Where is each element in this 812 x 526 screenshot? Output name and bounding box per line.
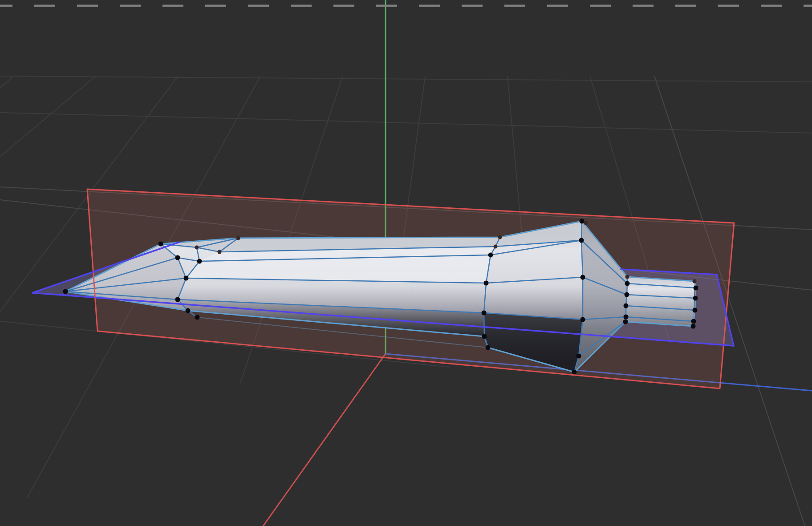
mesh-vertex[interactable] — [625, 292, 629, 297]
mesh-vertex[interactable] — [482, 334, 487, 339]
mesh-vertex[interactable] — [486, 345, 491, 350]
mesh-vertex[interactable] — [691, 319, 696, 324]
mesh-vertex-unselected[interactable] — [195, 246, 199, 250]
mesh-vertex[interactable] — [625, 281, 630, 286]
mesh-vertex[interactable] — [197, 259, 202, 264]
mesh-vertex[interactable] — [175, 297, 180, 302]
mesh-vertex-unselected[interactable] — [584, 221, 588, 225]
mesh-vertex[interactable] — [482, 311, 487, 316]
mesh-vertex-unselected[interactable] — [625, 275, 629, 279]
mesh-vertex[interactable] — [184, 276, 189, 281]
mesh-vertex[interactable] — [572, 370, 577, 375]
mesh-vertex[interactable] — [581, 275, 585, 280]
mesh-vertex[interactable] — [186, 308, 191, 313]
mesh-vertex-unselected[interactable] — [218, 250, 222, 254]
mesh-vertex[interactable] — [488, 253, 493, 258]
mesh-vertex-unselected[interactable] — [693, 279, 697, 283]
mesh-vertex[interactable] — [577, 354, 581, 359]
mesh-vertex[interactable] — [175, 255, 180, 260]
mesh-vertex[interactable] — [581, 317, 585, 322]
mesh-vertex[interactable] — [623, 320, 628, 324]
mesh-vertex[interactable] — [158, 242, 163, 247]
mesh-vertex[interactable] — [624, 315, 629, 320]
scene-svg — [0, 0, 812, 526]
mesh-vertex[interactable] — [691, 324, 696, 329]
mesh-vertex[interactable] — [63, 289, 68, 294]
mesh-vertex-unselected[interactable] — [498, 235, 502, 239]
mesh-vertex[interactable] — [484, 281, 489, 286]
mesh-vertex[interactable] — [195, 315, 200, 320]
mesh-vertex[interactable] — [693, 296, 698, 301]
mesh-vertex[interactable] — [579, 238, 584, 243]
mesh-vertex[interactable] — [694, 286, 698, 291]
mesh-vertex[interactable] — [624, 303, 629, 308]
viewport-3d[interactable] — [0, 0, 812, 526]
mesh-vertex-unselected[interactable] — [236, 236, 240, 240]
mesh-vertex-unselected[interactable] — [494, 245, 498, 249]
mesh-vertex[interactable] — [580, 219, 585, 224]
mesh-vertex[interactable] — [693, 308, 698, 313]
